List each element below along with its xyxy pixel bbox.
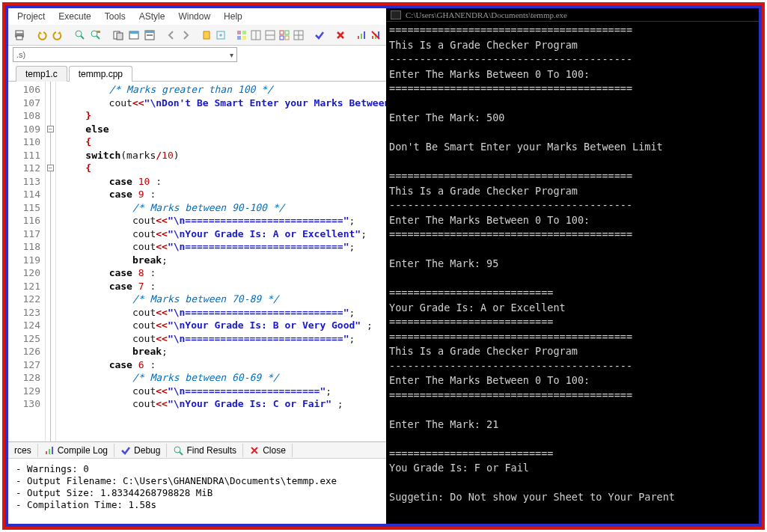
file-tab[interactable]: temp1.c <box>16 66 67 82</box>
svg-rect-26 <box>285 31 289 34</box>
fold-column[interactable]: −− <box>46 82 56 441</box>
line-gutter: 1061071081091101111121131141151161171181… <box>8 82 46 441</box>
svg-rect-40 <box>52 447 53 454</box>
menu-window[interactable]: Window <box>172 10 216 23</box>
run-icon[interactable] <box>127 28 141 43</box>
svg-line-42 <box>180 452 183 455</box>
code-editor[interactable]: 1061071081091101111121131141151161171181… <box>8 82 386 441</box>
svg-point-41 <box>174 447 180 453</box>
find-icon[interactable] <box>73 28 87 43</box>
replace-icon[interactable] <box>89 28 103 43</box>
svg-point-5 <box>91 31 97 37</box>
menu-project[interactable]: Project <box>11 10 51 23</box>
menu-astyle[interactable]: AStyle <box>133 10 171 23</box>
svg-rect-2 <box>16 36 22 40</box>
svg-rect-0 <box>16 31 23 34</box>
svg-rect-9 <box>117 33 123 40</box>
svg-rect-34 <box>364 31 365 39</box>
code-content[interactable]: /* Marks greater than 100 */ cout<<"\nDo… <box>56 82 386 441</box>
svg-rect-20 <box>242 36 246 40</box>
svg-rect-11 <box>129 31 138 34</box>
svg-rect-35 <box>372 36 373 39</box>
menu-tools[interactable]: Tools <box>99 10 132 23</box>
bottom-tab-compile-log[interactable]: Compile Log <box>38 444 114 457</box>
redo-icon[interactable] <box>51 28 64 43</box>
compile-log-output[interactable]: - Warnings: 0- Output Filename: C:\Users… <box>8 458 386 524</box>
menu-help[interactable]: Help <box>218 10 248 23</box>
svg-rect-7 <box>97 31 100 33</box>
print-icon[interactable] <box>13 28 26 43</box>
console-titlebar: C:\Users\GHANENDRA\Documents\temmp.exe <box>386 8 759 22</box>
error-icon[interactable] <box>334 28 346 43</box>
console-window: C:\Users\GHANENDRA\Documents\temmp.exe =… <box>386 8 759 524</box>
grid3-icon[interactable] <box>264 28 276 43</box>
bottom-tab-resources[interactable]: rces <box>8 444 38 457</box>
svg-rect-17 <box>237 31 241 34</box>
console-output[interactable]: ========================================… <box>386 22 759 507</box>
svg-line-6 <box>97 36 100 39</box>
check-icon[interactable] <box>314 28 326 43</box>
scope-combo-text: .s) <box>16 50 25 59</box>
menu-bar: ProjectExecuteToolsAStyleWindowHelp <box>8 8 386 25</box>
grid2-icon[interactable] <box>250 28 262 43</box>
profile-icon[interactable] <box>355 28 367 43</box>
file-tab[interactable]: temmp.cpp <box>69 66 132 82</box>
svg-rect-13 <box>145 31 154 33</box>
svg-rect-38 <box>46 451 47 454</box>
file-tabs: temp1.ctemmp.cpp <box>8 64 386 82</box>
console-title-text: C:\Users\GHANENDRA\Documents\temmp.exe <box>406 10 567 19</box>
console-icon <box>391 10 401 19</box>
delete-profile-icon[interactable] <box>370 28 382 43</box>
toolbar <box>8 25 386 46</box>
bookmark-icon[interactable] <box>201 28 213 43</box>
goto-icon[interactable] <box>215 28 227 43</box>
grid4-icon[interactable] <box>278 28 290 43</box>
svg-rect-18 <box>242 31 246 34</box>
svg-rect-33 <box>361 34 362 39</box>
menu-execute[interactable]: Execute <box>52 10 97 23</box>
svg-rect-28 <box>285 36 289 40</box>
svg-line-4 <box>81 36 84 39</box>
bottom-tab-find-results[interactable]: Find Results <box>167 444 243 457</box>
scope-combo[interactable]: .s) ▾ <box>13 47 237 62</box>
svg-rect-27 <box>280 36 284 40</box>
bottom-tabbar: rces Compile Log Debug Find Results Clos… <box>8 441 386 458</box>
svg-rect-14 <box>147 34 153 36</box>
bottom-tab-close[interactable]: Close <box>243 444 293 457</box>
chevron-down-icon: ▾ <box>230 51 233 59</box>
svg-rect-39 <box>49 449 50 454</box>
svg-rect-19 <box>237 36 241 40</box>
bottom-tab-debug[interactable]: Debug <box>114 444 167 457</box>
grid1-icon[interactable] <box>236 28 248 43</box>
svg-rect-15 <box>204 31 210 39</box>
compile-run-icon[interactable] <box>143 28 156 43</box>
nav-fwd-icon[interactable] <box>180 28 192 43</box>
svg-rect-25 <box>280 31 284 34</box>
svg-rect-32 <box>358 36 359 39</box>
undo-icon[interactable] <box>35 28 49 43</box>
nav-back-icon[interactable] <box>165 28 177 43</box>
svg-point-3 <box>76 31 82 37</box>
compile-icon[interactable] <box>111 28 125 43</box>
grid5-icon[interactable] <box>293 28 305 43</box>
